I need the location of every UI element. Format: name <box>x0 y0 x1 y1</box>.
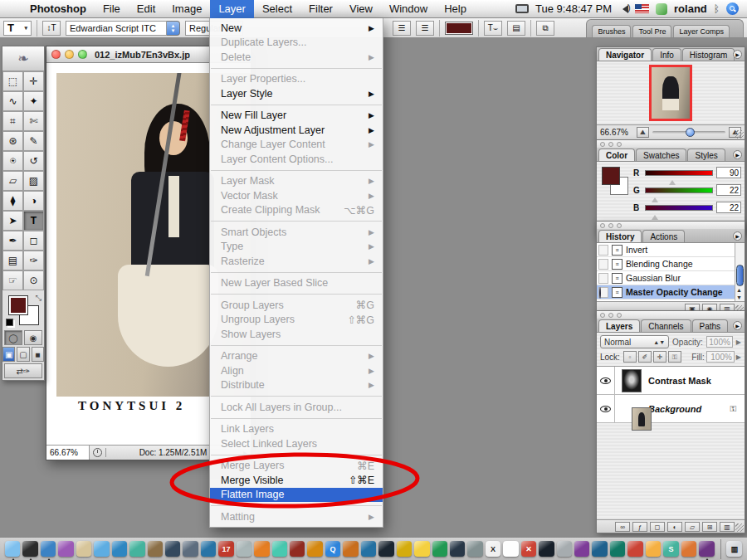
lasso-tool[interactable]: ∿ <box>2 91 23 111</box>
input-language-flag-icon[interactable] <box>635 4 649 13</box>
align-right-button[interactable]: ☰ <box>416 21 434 36</box>
slider-thumb-icon[interactable] <box>652 212 658 220</box>
palette-well-tab-tool-pre[interactable]: Tool Pre <box>632 25 671 37</box>
navigator-zoom-slider[interactable] <box>652 131 726 134</box>
history-state-invert[interactable]: ≡Invert <box>597 243 735 257</box>
history-source-well[interactable] <box>598 287 608 298</box>
brush-tool[interactable]: ✎ <box>23 131 44 151</box>
foreground-color-well[interactable] <box>602 167 620 185</box>
foreground-color-swatch[interactable] <box>8 295 28 315</box>
navigator-preview[interactable] <box>597 61 745 124</box>
layer-menu-item-new-adjustment-layer[interactable]: New Adjustment Layer▶ <box>210 123 383 138</box>
dock-icon-22[interactable] <box>378 541 393 557</box>
dock-icon-8[interactable] <box>129 541 144 557</box>
history-brush-tool[interactable]: ↺ <box>23 151 44 171</box>
resize-grip[interactable] <box>735 523 744 532</box>
eyedropper-tool[interactable]: ✑ <box>23 251 44 270</box>
zoom-out-icon[interactable]: ⛰ <box>637 127 649 138</box>
displays-menu-icon[interactable] <box>515 4 529 13</box>
dock-icon-12[interactable] <box>201 541 216 557</box>
dock-icon-15[interactable] <box>254 541 269 557</box>
standard-mode-button[interactable]: ◯ <box>4 330 22 345</box>
adjustment-layer-button[interactable]: ◐ <box>667 522 682 532</box>
history-source-well[interactable] <box>598 259 608 270</box>
dock-icon-9[interactable] <box>148 541 163 557</box>
default-colors-icon[interactable] <box>6 319 13 326</box>
dock-icon-27[interactable] <box>467 541 482 557</box>
dock-icon-29[interactable] <box>503 541 518 557</box>
tab-info[interactable]: Info <box>652 48 681 61</box>
mini-zoom-icon[interactable] <box>617 142 622 147</box>
menubar-clock[interactable]: Tue 9:48:47 PM <box>535 2 612 15</box>
eye-icon[interactable] <box>600 377 611 384</box>
new-group-button[interactable]: ▱ <box>685 522 700 532</box>
dock-icon-13[interactable]: 17 <box>218 541 233 557</box>
hand-tool[interactable]: ☞ <box>2 270 23 290</box>
layer-menu-item-merge-visible[interactable]: Merge Visible⇧⌘E <box>210 473 383 488</box>
menubar-item-image[interactable]: Image <box>164 0 210 18</box>
gradient-tool[interactable]: ▨ <box>23 171 44 191</box>
font-family-field[interactable]: Edwardian Script ITC <box>66 21 167 36</box>
visibility-cell[interactable] <box>597 395 615 422</box>
mini-minimize-icon[interactable] <box>608 142 613 147</box>
opacity-arrow-icon[interactable]: ▶ <box>736 338 741 346</box>
delete-layer-button[interactable]: ▥ <box>720 522 735 532</box>
dock-icon-37[interactable] <box>646 541 661 557</box>
dock-icon-20[interactable] <box>343 541 358 557</box>
dock-icon-16[interactable] <box>272 541 287 557</box>
lock-pixels-button[interactable]: ✐ <box>638 351 652 363</box>
dock-icon-30[interactable]: ✕ <box>521 541 536 557</box>
dock-icon-7[interactable] <box>112 541 127 557</box>
menubar-item-layer[interactable]: Layer <box>210 0 254 18</box>
mini-minimize-icon[interactable] <box>608 223 613 228</box>
layer-menu-item-new[interactable]: New▶ <box>210 21 383 36</box>
new-layer-button[interactable]: ⊞ <box>702 522 717 532</box>
tab-actions[interactable]: Actions <box>642 230 685 242</box>
fast-user-switch-menu[interactable]: roland <box>674 2 707 15</box>
tab-channels[interactable]: Channels <box>641 319 691 332</box>
dock-icon-6[interactable] <box>94 541 109 557</box>
channel-slider-b[interactable] <box>645 205 713 211</box>
close-button[interactable] <box>51 50 61 59</box>
mini-zoom-icon[interactable] <box>617 223 622 228</box>
palette-menu-icon[interactable]: ▶ <box>733 231 742 241</box>
layer-style-button[interactable]: ƒ <box>632 522 647 532</box>
menubar-item-help[interactable]: Help <box>436 0 475 18</box>
tab-histogram[interactable]: Histogram <box>682 48 735 61</box>
fullscreen-button[interactable]: ■ <box>32 347 44 362</box>
tab-navigator[interactable]: Navigator <box>598 48 652 61</box>
dock-icon-36[interactable] <box>627 541 642 557</box>
warp-text-button[interactable]: T⌣ <box>484 21 502 36</box>
dock-icon-40[interactable] <box>699 541 714 557</box>
dock-icon-18[interactable] <box>307 541 322 557</box>
text-color-swatch[interactable] <box>445 22 473 35</box>
notes-tool[interactable]: ▤ <box>2 251 23 270</box>
history-scrollbar[interactable]: ▲ ▼ <box>735 243 745 301</box>
palette-menu-icon[interactable]: ▶ <box>733 50 742 59</box>
slider-thumb-icon[interactable] <box>669 177 676 185</box>
shape-tool[interactable]: ◻ <box>23 231 44 251</box>
text-orientation-button[interactable]: ↕T <box>42 21 61 36</box>
quick-mask-button[interactable]: ◉ <box>24 330 42 345</box>
link-layers-button[interactable]: ∞ <box>615 522 630 532</box>
dock-icon-38[interactable]: S <box>663 541 678 557</box>
clone-stamp-tool[interactable]: ⍟ <box>2 151 23 171</box>
resize-grip[interactable] <box>735 130 744 139</box>
navigator-thumbnail[interactable] <box>649 65 692 121</box>
menubar-item-photoshop[interactable]: Photoshop <box>22 0 95 18</box>
history-source-well[interactable] <box>598 273 608 284</box>
dock-icon-23[interactable] <box>397 541 412 557</box>
bridge-button[interactable]: ⧉ <box>536 21 554 36</box>
dock-icon-19[interactable]: Q <box>325 541 340 557</box>
channel-value-field[interactable]: 22 <box>716 202 741 213</box>
magic-wand-tool[interactable]: ✦ <box>23 91 44 111</box>
move-tool[interactable]: ✛ <box>23 71 44 91</box>
scroll-down-icon[interactable]: ▼ <box>736 295 742 300</box>
lock-position-button[interactable]: ✛ <box>653 351 666 363</box>
blur-tool[interactable]: ⧫ <box>2 191 23 211</box>
zoom-tool[interactable]: ⊙ <box>23 270 44 290</box>
visibility-cell[interactable] <box>597 367 615 394</box>
dock-icon-26[interactable] <box>450 541 465 557</box>
align-center-button[interactable]: ☰ <box>393 21 411 36</box>
dock-icon-32[interactable] <box>557 541 572 557</box>
